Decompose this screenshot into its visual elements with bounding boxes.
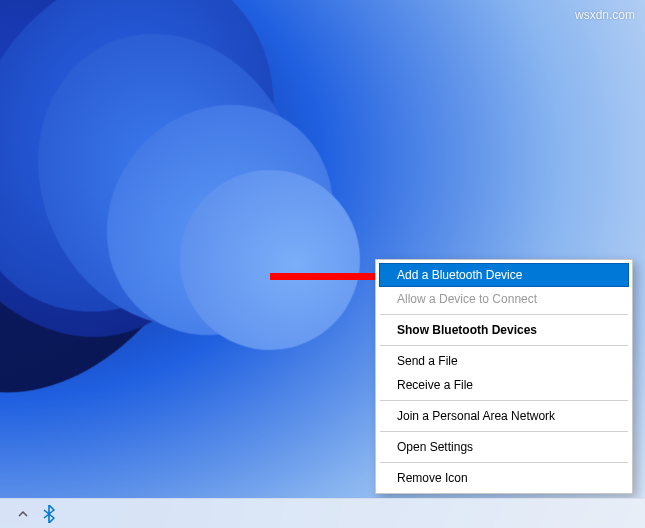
menu-separator (380, 345, 628, 346)
taskbar (0, 498, 645, 528)
tray-bluetooth-icon[interactable] (39, 504, 59, 524)
menu-item-allow-device-connect: Allow a Device to Connect (379, 287, 629, 311)
chevron-up-icon (17, 508, 29, 520)
menu-item-open-settings[interactable]: Open Settings (379, 435, 629, 459)
menu-item-receive-file[interactable]: Receive a File (379, 373, 629, 397)
watermark-text: wsxdn.com (575, 8, 635, 22)
menu-separator (380, 462, 628, 463)
menu-item-remove-icon[interactable]: Remove Icon (379, 466, 629, 490)
menu-item-add-bluetooth-device[interactable]: Add a Bluetooth Device (379, 263, 629, 287)
menu-separator (380, 314, 628, 315)
tray-overflow-icon[interactable] (13, 504, 33, 524)
bluetooth-icon (42, 505, 56, 523)
bluetooth-context-menu: Add a Bluetooth Device Allow a Device to… (375, 259, 633, 494)
menu-item-join-pan[interactable]: Join a Personal Area Network (379, 404, 629, 428)
menu-item-send-file[interactable]: Send a File (379, 349, 629, 373)
menu-item-show-bluetooth-devices[interactable]: Show Bluetooth Devices (379, 318, 629, 342)
menu-separator (380, 431, 628, 432)
menu-separator (380, 400, 628, 401)
